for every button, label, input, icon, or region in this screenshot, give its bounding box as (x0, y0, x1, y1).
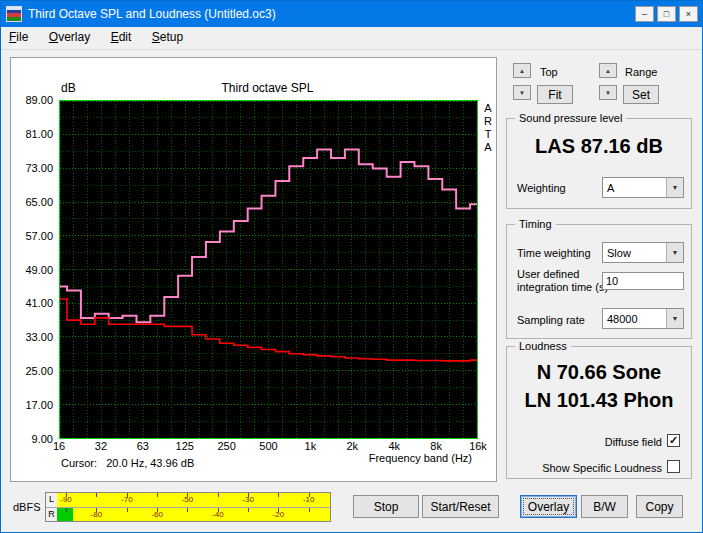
window-title: Third Octave SPL and Loudness (Untitled.… (28, 7, 635, 21)
overlay-button[interactable]: Overlay (520, 495, 577, 518)
x-tick-label: 250 (217, 440, 235, 452)
loudness-group: Loudness N 70.66 Sone LN 101.43 Phon Dif… (506, 346, 692, 479)
x-tick-label: 16k (469, 440, 487, 452)
meter-scale-number: -10 (303, 495, 315, 504)
sampling-rate-value: 48000 (603, 313, 666, 325)
arta-watermark: A R T A (482, 102, 494, 154)
x-tick-label: 500 (259, 440, 277, 452)
y-tick-label: 9.00 (32, 433, 53, 445)
y-tick-label: 41.00 (25, 297, 53, 309)
meter-tick (187, 508, 188, 512)
maximize-icon[interactable]: □ (657, 6, 676, 22)
chevron-down-icon: ▼ (666, 243, 683, 262)
spl-group-title: Sound pressure level (515, 112, 626, 124)
meter-tick (278, 493, 279, 497)
spl-value: LAS 87.16 dB (507, 135, 691, 158)
chevron-down-icon: ▼ (666, 309, 683, 328)
title-bar[interactable]: Third Octave SPL and Loudness (Untitled.… (1, 1, 702, 27)
weighting-select[interactable]: A ▼ (602, 177, 684, 198)
meter-row-right: R -80-60-40-20 (46, 507, 330, 521)
app-window: Third Octave SPL and Loudness (Untitled.… (0, 0, 703, 533)
right-channel-label: R (46, 508, 57, 521)
range-label: Range (625, 66, 657, 78)
loudness-group-title: Loudness (515, 340, 571, 352)
diffuse-field-checkbox[interactable]: ✓ (667, 434, 680, 447)
close-icon[interactable]: × (679, 6, 698, 22)
spl-group: Sound pressure level LAS 87.16 dB Weight… (506, 118, 692, 209)
y-tick-label: 57.00 (25, 230, 53, 242)
meter-scale-number: -80 (91, 510, 103, 519)
y-tick-label: 65.00 (25, 196, 53, 208)
menu-edit[interactable]: Edit (103, 27, 140, 48)
meter-scale-number: -40 (212, 510, 224, 519)
menu-setup[interactable]: Setup (144, 27, 191, 48)
specific-loudness-checkbox[interactable] (667, 460, 680, 473)
y-axis-labels: 89.0081.0073.0065.0057.0049.0041.0033.00… (11, 100, 56, 439)
weighting-label: Weighting (517, 182, 566, 194)
x-tick-label: 4k (388, 440, 400, 452)
range-up-icon[interactable]: ▲ (599, 63, 617, 78)
menu-overlay[interactable]: Overlay (41, 27, 98, 48)
meter-scale-number: -20 (273, 510, 285, 519)
bw-button[interactable]: B/W (581, 495, 628, 518)
meter-scale-number: -60 (151, 510, 163, 519)
y-tick-label: 17.00 (25, 399, 53, 411)
time-weighting-select[interactable]: Slow ▼ (602, 242, 684, 263)
meter-tick (309, 508, 310, 512)
sampling-rate-select[interactable]: 48000 ▼ (602, 308, 684, 329)
left-meter-strip: -90-70-50-30-10 (57, 493, 330, 507)
spl-chart (60, 101, 477, 438)
copy-button[interactable]: Copy (636, 495, 683, 518)
chart-panel: dB Third octave SPL 89.0081.0073.0065.00… (10, 57, 497, 482)
dbfs-label: dBFS (13, 501, 41, 513)
meter-row-left: L -90-70-50-30-10 (46, 493, 330, 507)
x-tick-label: 32 (95, 440, 107, 452)
y-tick-label: 81.00 (25, 128, 53, 140)
level-meter: L -90-70-50-30-10 R -80-60-40-20 (45, 492, 331, 522)
meter-scale-number: -90 (60, 495, 72, 504)
time-weighting-value: Slow (603, 247, 666, 259)
meter-tick (218, 493, 219, 497)
plot-area[interactable] (59, 100, 478, 439)
x-tick-label: 125 (176, 440, 194, 452)
top-up-icon[interactable]: ▲ (513, 63, 531, 78)
menu-bar: File Overlay Edit Setup (1, 27, 702, 50)
x-tick-label: 1k (305, 440, 317, 452)
integration-label-line2: integration time (s) (517, 281, 608, 293)
x-tick-label: 8k (430, 440, 442, 452)
sampling-rate-label: Sampling rate (517, 314, 585, 326)
weighting-value: A (603, 182, 666, 194)
window-controls: – □ × (635, 6, 698, 22)
start-reset-button[interactable]: Start/Reset (422, 495, 499, 518)
y-tick-label: 89.00 (25, 94, 53, 106)
left-channel-label: L (46, 493, 57, 507)
menu-file[interactable]: File (1, 27, 36, 48)
meter-tick (96, 493, 97, 497)
diffuse-field-label: Diffuse field (517, 436, 662, 448)
y-tick-label: 33.00 (25, 331, 53, 343)
loudness-sone-value: N 70.66 Sone (507, 361, 691, 384)
chart-title: Third octave SPL (59, 81, 476, 95)
meter-tick (157, 493, 158, 497)
chevron-down-icon: ▼ (666, 178, 683, 197)
right-meter-strip: -80-60-40-20 (57, 508, 330, 521)
x-tick-label: 63 (137, 440, 149, 452)
meter-tick (248, 508, 249, 512)
integration-time-input[interactable] (602, 272, 684, 290)
fit-button[interactable]: Fit (537, 85, 573, 104)
integration-label-line1: User defined (517, 268, 579, 280)
top-label: Top (540, 66, 558, 78)
meter-scale-number: -30 (242, 495, 254, 504)
minimize-icon[interactable]: – (635, 6, 654, 22)
set-button[interactable]: Set (623, 85, 659, 104)
meter-scale-number: -70 (121, 495, 133, 504)
range-down-icon[interactable]: ▼ (599, 85, 617, 100)
stop-button[interactable]: Stop (353, 495, 419, 518)
top-down-icon[interactable]: ▼ (513, 85, 531, 100)
y-tick-label: 73.00 (25, 162, 53, 174)
app-icon[interactable] (6, 6, 22, 22)
loudness-phon-value: LN 101.43 Phon (507, 389, 691, 412)
y-tick-label: 49.00 (25, 264, 53, 276)
x-tick-label: 16 (53, 440, 65, 452)
meter-tick (66, 508, 67, 512)
